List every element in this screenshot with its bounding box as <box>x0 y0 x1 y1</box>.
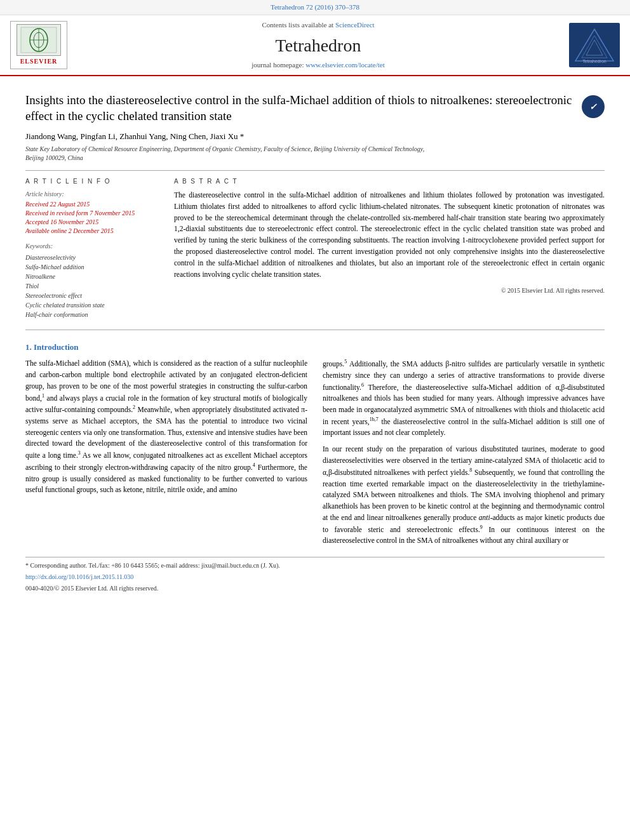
abstract-label: A B S T R A C T <box>174 177 605 186</box>
introduction-section: 1. Introduction The sulfa-Michael additi… <box>25 342 605 547</box>
sciencedirect-link[interactable]: ScienceDirect <box>335 21 375 29</box>
journal-center: Contents lists available at ScienceDirec… <box>74 20 563 70</box>
keywords-list: Diastereoselectivity Sulfa-Michael addit… <box>25 253 159 319</box>
elsevier-logo-graphic <box>17 24 61 56</box>
divider-mid <box>25 330 605 330</box>
received-date: Received 22 August 2015 <box>25 200 159 209</box>
main-content: ✓ Insights into the diastereoselective c… <box>0 76 630 603</box>
body-left-column: The sulfa-Michael addition (SMA), which … <box>25 358 307 547</box>
keywords-label: Keywords: <box>25 242 159 251</box>
homepage-text: journal homepage: <box>251 61 304 69</box>
info-abstract-section: A R T I C L E I N F O Article history: R… <box>25 177 605 319</box>
intro-para-left: The sulfa-Michael addition (SMA), which … <box>25 358 307 496</box>
intro-para-right-2: In our recent study on the preparation o… <box>323 444 605 547</box>
journal-citation: Tetrahedron 72 (2016) 370–378 <box>271 3 359 11</box>
doi-link[interactable]: http://dx.doi.org/10.1016/j.tet.2015.11.… <box>25 573 605 582</box>
affiliation: State Key Laboratory of Chemical Resourc… <box>25 145 605 163</box>
article-info-column: A R T I C L E I N F O Article history: R… <box>25 177 159 319</box>
tetrahedron-logo: Tetrahedron <box>569 23 620 67</box>
copyright-line: © 2015 Elsevier Ltd. All rights reserved… <box>174 286 605 295</box>
accepted-date: Accepted 16 November 2015 <box>25 218 159 227</box>
homepage-link[interactable]: www.elsevier.com/locate/tet <box>305 61 385 69</box>
keyword-7: Half-chair conformation <box>25 310 159 319</box>
svg-text:Tetrahedron: Tetrahedron <box>582 59 606 63</box>
doi-text: http://dx.doi.org/10.1016/j.tet.2015.11.… <box>25 573 133 580</box>
online-date: Available online 2 December 2015 <box>25 227 159 236</box>
footnote-section: * Corresponding author. Tel./fax: +86 10… <box>25 557 605 593</box>
affiliation-line2: Beijing 100029, China <box>25 154 83 161</box>
keyword-6: Cyclic chelated transition state <box>25 300 159 310</box>
keyword-1: Diastereoselectivity <box>25 253 159 262</box>
title-area: ✓ Insights into the diastereoselective c… <box>25 93 605 124</box>
article-title: Insights into the diastereoselective con… <box>25 93 605 124</box>
elsevier-name: ELSEVIER <box>20 57 58 66</box>
affiliation-line1: State Key Laboratory of Chemical Resourc… <box>25 145 424 152</box>
svg-rect-5 <box>572 26 617 64</box>
keyword-3: Nitroalkene <box>25 272 159 281</box>
contents-text: Contents lists available at <box>262 21 333 29</box>
copyright-bottom: 0040-4020/© 2015 Elsevier Ltd. All right… <box>25 584 605 593</box>
journal-header: ELSEVIER Contents lists available at Sci… <box>0 15 630 76</box>
divider-top <box>25 170 605 171</box>
keyword-5: Stereoelectronic effect <box>25 291 159 300</box>
revised-date: Received in revised form 7 November 2015 <box>25 209 159 218</box>
elsevier-logo: ELSEVIER <box>10 21 67 69</box>
article-info-label: A R T I C L E I N F O <box>25 177 159 186</box>
top-bar: Tetrahedron 72 (2016) 370–378 <box>0 0 630 15</box>
intro-para-right-1: groups.5 Additionally, the SMA adducts β… <box>323 358 605 439</box>
author-names: Jiandong Wang, Pingfan Li, Zhanhui Yang,… <box>25 131 244 141</box>
homepage-line: journal homepage: www.elsevier.com/locat… <box>74 60 563 70</box>
intro-heading: 1. Introduction <box>25 342 605 353</box>
body-columns: The sulfa-Michael addition (SMA), which … <box>25 358 605 547</box>
keyword-4: Thiol <box>25 281 159 291</box>
contents-line: Contents lists available at ScienceDirec… <box>74 20 563 30</box>
history-label: Article history: <box>25 190 159 199</box>
keyword-2: Sulfa-Michael addition <box>25 262 159 272</box>
journal-title: Tetrahedron <box>74 33 563 58</box>
abstract-text: The diastereoselective control in the su… <box>174 190 605 281</box>
footnote-asterisk: * Corresponding author. Tel./fax: +86 10… <box>25 561 605 570</box>
body-right-column: groups.5 Additionally, the SMA adducts β… <box>323 358 605 547</box>
authors-line: Jiandong Wang, Pingfan Li, Zhanhui Yang,… <box>25 131 605 142</box>
abstract-column: A B S T R A C T The diastereoselective c… <box>174 177 605 319</box>
